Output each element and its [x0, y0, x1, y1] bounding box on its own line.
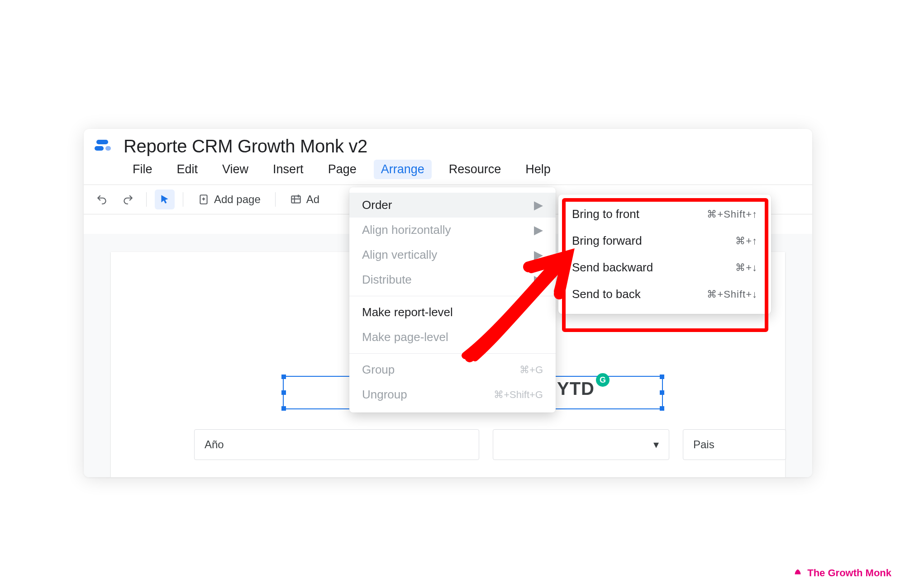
menu-item-label: Align vertically: [362, 248, 437, 262]
arrange-menu-popup: Order ▶ Align horizontally ▶ Align verti…: [349, 187, 556, 413]
menu-file[interactable]: File: [125, 160, 160, 179]
menu-item-label: Make report-level: [362, 305, 453, 319]
resize-handle[interactable]: [660, 390, 664, 395]
filter-country-dropdown[interactable]: Pais: [683, 429, 786, 460]
submenu-item-bring-to-front[interactable]: Bring to front ⌘+Shift+↑: [558, 201, 771, 228]
add-page-label: Add page: [214, 193, 261, 206]
menu-resource[interactable]: Resource: [442, 160, 509, 179]
filter-year-dropdown[interactable]: Año: [194, 429, 479, 460]
menu-item-distribute: Distribute ▶: [349, 267, 556, 292]
menu-insert[interactable]: Insert: [266, 160, 311, 179]
document-title[interactable]: Reporte CRM Growth Monk v2: [124, 136, 367, 156]
menu-item-label: Ungroup: [362, 388, 407, 402]
menu-item-label: Group: [362, 363, 395, 377]
resize-handle[interactable]: [660, 375, 664, 379]
add-page-button[interactable]: Add page: [191, 190, 267, 209]
submenu-item-shortcut: ⌘+↑: [735, 235, 757, 247]
add-data-label-truncated: Ad: [306, 193, 319, 206]
redo-button[interactable]: [118, 190, 138, 209]
menu-page[interactable]: Page: [321, 160, 364, 179]
menu-edit[interactable]: Edit: [170, 160, 205, 179]
filter-dropdown-2[interactable]: ▾: [493, 429, 669, 460]
toolbar-separator: [275, 192, 276, 207]
toolbar-separator: [146, 192, 147, 207]
resize-handle[interactable]: [281, 375, 286, 379]
resize-handle[interactable]: [281, 406, 286, 411]
order-submenu-popup: Bring to front ⌘+Shift+↑ Bring forward ⌘…: [558, 194, 771, 314]
attribution-text: The Growth Monk: [807, 567, 891, 579]
undo-button[interactable]: [92, 190, 112, 209]
menu-arrange[interactable]: Arrange: [374, 160, 432, 179]
resize-handle[interactable]: [660, 406, 664, 411]
submenu-item-send-backward[interactable]: Send backward ⌘+↓: [558, 254, 771, 281]
filter-country-label: Pais: [693, 438, 714, 451]
submenu-caret-icon: ▶: [534, 198, 543, 212]
chevron-down-icon: ▾: [653, 438, 659, 451]
menu-item-align-horizontally: Align horizontally ▶: [349, 218, 556, 242]
app-logo-icon: [94, 135, 115, 157]
title-bar: Reporte CRM Growth Monk v2: [84, 129, 812, 158]
menu-item-shortcut: ⌘+Shift+G: [494, 389, 543, 401]
menu-separator: [349, 353, 556, 354]
resize-handle[interactable]: [281, 390, 286, 395]
menu-view[interactable]: View: [215, 160, 256, 179]
toolbar-separator: [183, 192, 183, 207]
grammarly-badge-icon[interactable]: G: [596, 373, 610, 387]
menu-item-label: Align horizontally: [362, 223, 451, 237]
add-data-button[interactable]: Ad: [284, 190, 326, 209]
menu-item-make-report-level[interactable]: Make report-level: [349, 300, 556, 325]
submenu-caret-icon: ▶: [534, 248, 543, 262]
submenu-item-shortcut: ⌘+↓: [735, 262, 757, 274]
menu-item-shortcut: ⌘+G: [519, 364, 543, 376]
submenu-item-shortcut: ⌘+Shift+↓: [707, 289, 757, 300]
menu-item-make-page-level: Make page-level: [349, 325, 556, 350]
submenu-item-label: Bring to front: [572, 207, 639, 221]
submenu-item-bring-forward[interactable]: Bring forward ⌘+↑: [558, 228, 771, 254]
select-tool-button[interactable]: [155, 190, 175, 209]
menu-item-group: Group ⌘+G: [349, 357, 556, 382]
submenu-item-label: Send backward: [572, 261, 653, 275]
attribution: The Growth Monk: [793, 567, 891, 579]
submenu-item-shortcut: ⌘+Shift+↑: [707, 209, 757, 220]
menu-item-order[interactable]: Order ▶: [349, 193, 556, 218]
menu-item-align-vertically: Align vertically ▶: [349, 242, 556, 267]
submenu-item-label: Send to back: [572, 287, 641, 301]
growth-monk-logo-icon: [793, 568, 803, 578]
submenu-item-label: Bring forward: [572, 234, 642, 248]
svg-rect-1: [95, 146, 104, 151]
submenu-caret-icon: ▶: [534, 223, 543, 237]
menu-help[interactable]: Help: [518, 160, 558, 179]
menu-item-label: Order: [362, 198, 392, 212]
menu-item-label: Distribute: [362, 273, 412, 287]
filter-year-label: Año: [205, 438, 224, 451]
selected-text-element[interactable]: YTD: [557, 379, 595, 399]
submenu-caret-icon: ▶: [534, 273, 543, 287]
svg-rect-0: [96, 140, 108, 144]
menu-item-ungroup: Ungroup ⌘+Shift+G: [349, 382, 556, 407]
svg-rect-2: [105, 146, 111, 151]
submenu-item-send-to-back[interactable]: Send to back ⌘+Shift+↓: [558, 281, 771, 308]
menu-item-label: Make page-level: [362, 330, 448, 344]
menu-bar: File Edit View Insert Page Arrange Resou…: [84, 158, 812, 185]
menu-separator: [349, 296, 556, 296]
